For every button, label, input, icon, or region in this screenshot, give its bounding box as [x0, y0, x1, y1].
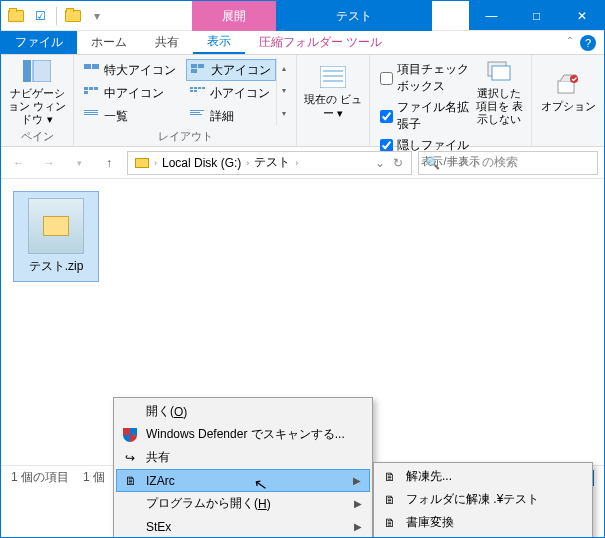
current-view-icon: [317, 64, 349, 90]
up-button[interactable]: ↑: [97, 151, 121, 175]
archive-icon: 🗎: [382, 469, 398, 485]
layout-extra-large[interactable]: 特大アイコン: [80, 59, 180, 81]
layout-detail[interactable]: 詳細: [186, 105, 276, 127]
bc-drive-icon[interactable]: [132, 158, 152, 168]
shield-icon: [122, 427, 138, 443]
layout-small[interactable]: 小アイコン: [186, 82, 276, 104]
layout-options: 特大アイコン 大アイコン 中アイコン 小アイコン 一覧 詳細: [80, 57, 276, 127]
svg-point-9: [570, 75, 578, 83]
context-tab-header: 展開: [192, 1, 276, 31]
folder-icon: [5, 5, 27, 27]
ribbon: ナビゲーション ウィンドウ ▾ ペイン 特大アイコン 大アイコン 中アイコン 小…: [1, 55, 604, 147]
menu-open-with[interactable]: プログラムから開く(H)▶: [116, 492, 370, 515]
search-box[interactable]: 🔍 テストの検索: [418, 151, 598, 175]
sub-extract-to[interactable]: 🗎解凍先...: [376, 465, 590, 488]
search-icon: 🔍: [425, 156, 440, 170]
minimize-button[interactable]: —: [469, 1, 514, 30]
bc-folder[interactable]: テスト: [251, 154, 293, 171]
tab-view[interactable]: 表示: [193, 31, 245, 54]
options-icon: [552, 71, 584, 97]
hide-selected-icon: [483, 58, 515, 84]
izarc-submenu: 🗎解凍先... 🗎フォルダに解凍 .¥テスト 🗎書庫変換 🗎自己解凍書庫 (.E…: [373, 462, 593, 538]
context-menu: 開く(O) Windows Defender でスキャンする... ↪共有 🗎I…: [113, 397, 373, 538]
status-selected: 1 個: [83, 469, 105, 486]
hide-selected-button[interactable]: 選択した項目を 表示しない: [474, 57, 525, 127]
refresh-icon[interactable]: ↻: [393, 156, 403, 170]
layout-large[interactable]: 大アイコン: [186, 59, 276, 81]
titlebar: ☑ ▾ 展開 テスト — □ ✕: [1, 1, 604, 31]
bc-dropdown-icon[interactable]: ⌄: [375, 156, 385, 170]
bc-disk[interactable]: Local Disk (G:): [159, 156, 244, 170]
ribbon-tabs: ファイル ホーム 共有 表示 圧縮フォルダー ツール ˆ ?: [1, 31, 604, 55]
svg-rect-8: [558, 81, 574, 93]
help-icon[interactable]: ?: [580, 35, 596, 51]
sub-convert[interactable]: 🗎書庫変換: [376, 511, 590, 534]
tab-file[interactable]: ファイル: [1, 31, 77, 54]
options-button[interactable]: オプション: [538, 57, 598, 127]
qat-checked-icon[interactable]: ☑: [29, 5, 51, 27]
chk-file-extensions[interactable]: ファイル名拡張子: [380, 99, 470, 133]
nav-pane-button[interactable]: ナビゲーション ウィンドウ ▾: [7, 57, 67, 127]
svg-rect-1: [33, 60, 51, 82]
izarc-icon: 🗎: [123, 473, 139, 489]
status-count: 1 個の項目: [11, 469, 69, 486]
sub-sfx[interactable]: 🗎自己解凍書庫 (.EXE) を作成: [376, 534, 590, 538]
svg-rect-2: [320, 66, 346, 88]
forward-button[interactable]: →: [37, 151, 61, 175]
explorer-window: ☑ ▾ 展開 テスト — □ ✕ ファイル ホーム 共有 表示 圧縮フォルダー …: [0, 0, 605, 538]
recent-button[interactable]: ▾: [67, 151, 91, 175]
ribbon-collapse-icon[interactable]: ˆ: [568, 36, 572, 50]
file-view[interactable]: テスト.zip 1 個の項目 1 個 ☰ ▦ 開く(O) Windows Def…: [1, 179, 604, 489]
sub-extract-here[interactable]: 🗎フォルダに解凍 .¥テスト: [376, 488, 590, 511]
quick-access-toolbar: ☑ ▾: [1, 1, 112, 30]
file-item[interactable]: テスト.zip: [13, 191, 99, 282]
qat-new-folder-icon[interactable]: [62, 5, 84, 27]
archive-icon: 🗎: [382, 492, 398, 508]
menu-defender[interactable]: Windows Defender でスキャンする...: [116, 423, 370, 446]
menu-izarc[interactable]: 🗎IZArc▶: [116, 469, 370, 492]
menu-open[interactable]: 開く(O): [116, 400, 370, 423]
current-view-button[interactable]: 現在の ビュー ▾: [303, 57, 363, 127]
layout-list[interactable]: 一覧: [80, 105, 180, 127]
tab-share[interactable]: 共有: [141, 31, 193, 54]
tab-home[interactable]: ホーム: [77, 31, 141, 54]
nav-pane-icon: [21, 58, 53, 84]
window-title: テスト: [276, 1, 432, 31]
zip-icon: [28, 198, 84, 254]
layout-medium[interactable]: 中アイコン: [80, 82, 180, 104]
close-button[interactable]: ✕: [559, 1, 604, 30]
address-bar-row: ← → ▾ ↑ › Local Disk (G:) › テスト › ⌄ ↻ 🔍 …: [1, 147, 604, 179]
svg-rect-0: [23, 60, 31, 82]
chk-item-checkboxes[interactable]: 項目チェック ボックス: [380, 61, 470, 95]
qat-customize-icon[interactable]: ▾: [86, 5, 108, 27]
layout-scroll[interactable]: ▴▾▾: [276, 57, 290, 125]
menu-share[interactable]: ↪共有: [116, 446, 370, 469]
file-name: テスト.zip: [29, 258, 84, 275]
back-button[interactable]: ←: [7, 151, 31, 175]
svg-rect-7: [492, 66, 510, 80]
menu-stex[interactable]: StEx▶: [116, 515, 370, 538]
breadcrumb[interactable]: › Local Disk (G:) › テスト › ⌄ ↻: [127, 151, 412, 175]
tab-compressed-tools[interactable]: 圧縮フォルダー ツール: [245, 31, 396, 54]
archive-icon: 🗎: [382, 515, 398, 531]
maximize-button[interactable]: □: [514, 1, 559, 30]
share-icon: ↪: [122, 450, 138, 466]
